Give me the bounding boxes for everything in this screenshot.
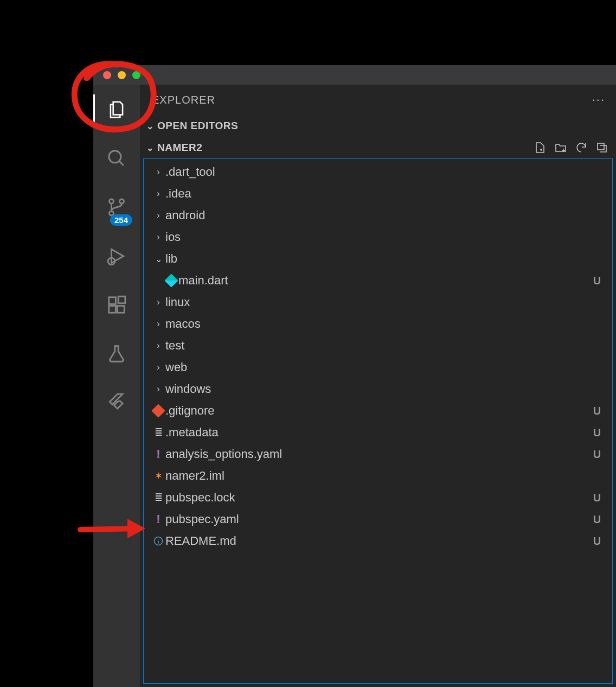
svg-rect-9 xyxy=(598,143,604,150)
tree-item-label: README.md xyxy=(165,534,591,548)
dart-icon xyxy=(164,276,178,285)
extensions-icon xyxy=(106,295,127,315)
new-folder-icon[interactable] xyxy=(554,141,567,154)
folder-row[interactable]: ›macos xyxy=(144,313,612,335)
rss-icon: ✶ xyxy=(151,470,165,482)
chevron-right-icon: › xyxy=(151,167,165,177)
activity-explorer[interactable] xyxy=(93,94,140,125)
explorer-more-icon[interactable]: ··· xyxy=(592,93,605,107)
chevron-right-icon: › xyxy=(151,319,165,329)
project-header[interactable]: ⌄ NAMER2 xyxy=(140,137,616,158)
app-window: 254 xyxy=(93,65,616,687)
file-row[interactable]: ≣pubspec.lockU xyxy=(144,487,612,508)
bang-icon: ! xyxy=(151,512,165,526)
status-badge: U xyxy=(591,448,604,461)
svg-point-1 xyxy=(110,199,114,203)
tree-item-label: analysis_options.yaml xyxy=(165,447,591,461)
status-badge: U xyxy=(591,535,604,548)
tree-item-label: windows xyxy=(165,382,591,396)
activity-testing[interactable] xyxy=(93,339,140,369)
bang-icon: ! xyxy=(151,447,165,461)
tree-item-label: linux xyxy=(165,295,591,309)
folder-row[interactable]: ›windows xyxy=(144,378,612,400)
flutter-icon xyxy=(106,392,127,413)
lines-icon: ≣ xyxy=(151,427,165,438)
git-icon xyxy=(151,406,165,416)
tree-item-label: android xyxy=(165,208,591,222)
svg-rect-8 xyxy=(118,296,125,303)
tree-item-label: .gitignore xyxy=(165,404,591,418)
folder-row[interactable]: ›.dart_tool xyxy=(144,161,612,183)
debug-icon xyxy=(106,246,127,266)
chevron-down-icon: ⌄ xyxy=(143,121,157,131)
new-file-icon[interactable] xyxy=(534,141,547,154)
status-badge: U xyxy=(591,427,604,439)
chevron-right-icon: › xyxy=(151,189,165,199)
folder-row[interactable]: ›linux xyxy=(144,291,612,313)
folder-row[interactable]: ⌄lib xyxy=(144,248,612,270)
lines-icon: ≣ xyxy=(151,492,165,504)
project-toolbar xyxy=(534,141,608,154)
explorer-panel: EXPLORER ··· ⌄ OPEN EDITORS ⌄ NAMER2 xyxy=(140,85,616,687)
activity-extensions[interactable] xyxy=(93,290,140,320)
activity-run-debug[interactable] xyxy=(93,241,140,271)
file-row[interactable]: ≣.metadataU xyxy=(144,422,612,443)
file-row[interactable]: !analysis_options.yamlU xyxy=(144,443,612,465)
search-icon xyxy=(106,148,127,169)
activity-search[interactable] xyxy=(93,143,140,174)
open-editors-label: OPEN EDITORS xyxy=(157,120,238,132)
chevron-down-icon: ⌄ xyxy=(151,254,165,264)
titlebar xyxy=(93,65,616,85)
svg-rect-7 xyxy=(118,306,125,313)
tree-item-label: .metadata xyxy=(165,425,591,440)
folder-row[interactable]: ›android xyxy=(144,205,612,226)
folder-row[interactable]: ›web xyxy=(144,357,612,378)
window-minimize-button[interactable] xyxy=(118,71,126,79)
tree-item-label: pubspec.lock xyxy=(165,491,591,505)
svg-rect-6 xyxy=(109,306,116,313)
file-row[interactable]: !pubspec.yamlU xyxy=(144,508,612,530)
tree-item-label: .idea xyxy=(165,187,591,201)
refresh-icon[interactable] xyxy=(575,141,588,154)
window-zoom-button[interactable] xyxy=(132,71,140,79)
file-row[interactable]: ✶namer2.iml xyxy=(144,465,612,487)
tree-item-label: ios xyxy=(165,230,591,244)
folder-row[interactable]: ›ios xyxy=(144,226,612,248)
collapse-all-icon[interactable] xyxy=(595,141,608,154)
chevron-down-icon: ⌄ xyxy=(143,143,157,153)
activity-bar: 254 xyxy=(93,85,140,687)
svg-point-2 xyxy=(120,199,124,203)
file-row[interactable]: main.dartU xyxy=(144,270,612,291)
status-badge: U xyxy=(591,492,604,504)
file-tree: ›.dart_tool›.idea›android›ios⌄libmain.da… xyxy=(143,158,613,684)
status-badge: U xyxy=(591,513,604,526)
status-badge: U xyxy=(591,405,604,417)
tree-item-label: main.dart xyxy=(178,273,591,288)
status-badge: U xyxy=(591,275,604,287)
file-row[interactable]: README.mdU xyxy=(144,530,612,552)
chevron-right-icon: › xyxy=(151,341,165,351)
tree-item-label: pubspec.yaml xyxy=(165,512,591,526)
tree-item-label: namer2.iml xyxy=(165,469,591,483)
chevron-right-icon: › xyxy=(151,232,165,242)
window-close-button[interactable] xyxy=(103,71,111,79)
tree-item-label: web xyxy=(165,360,591,374)
svg-point-0 xyxy=(109,151,121,163)
tree-item-label: macos xyxy=(165,317,591,331)
chevron-right-icon: › xyxy=(151,362,165,372)
file-row[interactable]: .gitignoreU xyxy=(144,400,612,422)
chevron-right-icon: › xyxy=(151,211,165,220)
open-editors-header[interactable]: ⌄ OPEN EDITORS xyxy=(140,115,616,137)
explorer-title-row: EXPLORER ··· xyxy=(140,85,616,115)
activity-source-control[interactable]: 254 xyxy=(93,192,140,222)
svg-rect-5 xyxy=(109,297,116,304)
activity-flutter[interactable] xyxy=(93,387,140,418)
chevron-right-icon: › xyxy=(151,297,165,307)
project-name: NAMER2 xyxy=(157,142,202,154)
tree-item-label: test xyxy=(165,339,591,353)
scm-badge: 254 xyxy=(110,214,132,226)
folder-row[interactable]: ›test xyxy=(144,335,612,357)
folder-row[interactable]: ›.idea xyxy=(144,183,612,205)
tree-item-label: .dart_tool xyxy=(165,165,591,179)
info-icon xyxy=(151,536,165,546)
